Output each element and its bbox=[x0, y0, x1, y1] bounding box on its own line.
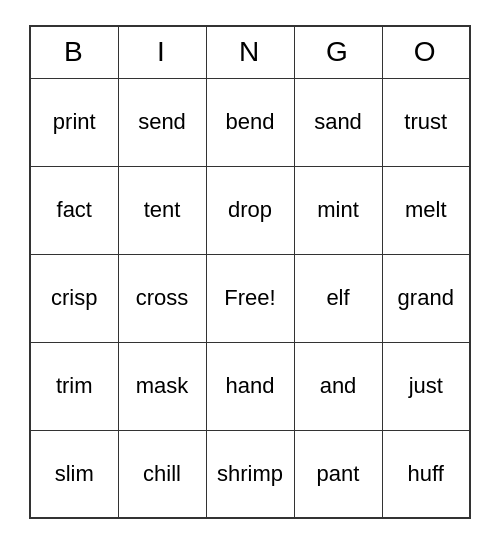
header-cell-o: O bbox=[382, 26, 470, 78]
cell-r3-c0: trim bbox=[30, 342, 118, 430]
cell-r0-c4: trust bbox=[382, 78, 470, 166]
cell-r4-c2: shrimp bbox=[206, 430, 294, 518]
cell-r2-c1: cross bbox=[118, 254, 206, 342]
bingo-container: BINGO printsendbendsandtrustfacttentdrop… bbox=[9, 5, 491, 539]
table-row: printsendbendsandtrust bbox=[30, 78, 470, 166]
table-row: facttentdropmintmelt bbox=[30, 166, 470, 254]
cell-r1-c2: drop bbox=[206, 166, 294, 254]
cell-r1-c0: fact bbox=[30, 166, 118, 254]
cell-r4-c3: pant bbox=[294, 430, 382, 518]
table-row: trimmaskhandandjust bbox=[30, 342, 470, 430]
cell-r2-c4: grand bbox=[382, 254, 470, 342]
cell-r0-c1: send bbox=[118, 78, 206, 166]
header-cell-g: G bbox=[294, 26, 382, 78]
cell-r0-c2: bend bbox=[206, 78, 294, 166]
cell-r1-c1: tent bbox=[118, 166, 206, 254]
cell-r3-c3: and bbox=[294, 342, 382, 430]
cell-r2-c0: crisp bbox=[30, 254, 118, 342]
cell-r0-c0: print bbox=[30, 78, 118, 166]
cell-r2-c3: elf bbox=[294, 254, 382, 342]
cell-r0-c3: sand bbox=[294, 78, 382, 166]
cell-r2-c2: Free! bbox=[206, 254, 294, 342]
header-cell-i: I bbox=[118, 26, 206, 78]
header-cell-n: N bbox=[206, 26, 294, 78]
table-row: slimchillshrimppanthuff bbox=[30, 430, 470, 518]
cell-r4-c0: slim bbox=[30, 430, 118, 518]
cell-r3-c1: mask bbox=[118, 342, 206, 430]
cell-r1-c4: melt bbox=[382, 166, 470, 254]
cell-r4-c4: huff bbox=[382, 430, 470, 518]
bingo-table: BINGO printsendbendsandtrustfacttentdrop… bbox=[29, 25, 471, 519]
cell-r3-c2: hand bbox=[206, 342, 294, 430]
cell-r4-c1: chill bbox=[118, 430, 206, 518]
table-row: crispcrossFree!elfgrand bbox=[30, 254, 470, 342]
cell-r1-c3: mint bbox=[294, 166, 382, 254]
cell-r3-c4: just bbox=[382, 342, 470, 430]
header-row: BINGO bbox=[30, 26, 470, 78]
header-cell-b: B bbox=[30, 26, 118, 78]
